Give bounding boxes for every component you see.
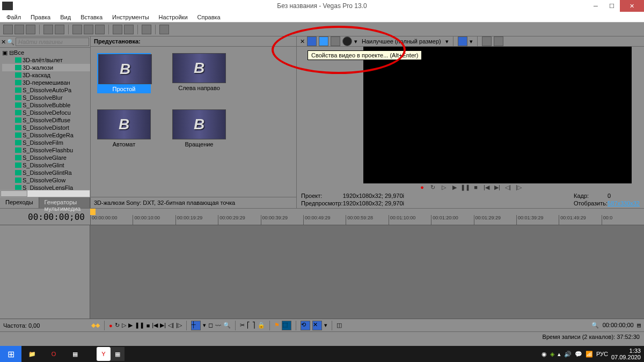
play-start-icon[interactable]: ▷ — [440, 183, 448, 191]
edit-tool-icon[interactable]: ┼ — [191, 321, 201, 330]
taskbar-opera-icon[interactable]: O — [43, 346, 64, 362]
preset-item[interactable]: BАвтомат — [97, 109, 151, 147]
tree-item[interactable]: S_DissolveBlur — [2, 94, 90, 101]
menu-help[interactable]: Справка — [193, 13, 225, 21]
tree-item[interactable]: S_DissolveGlintRa — [2, 169, 90, 176]
copy-icon[interactable] — [84, 25, 93, 34]
playhead-marker[interactable] — [90, 209, 96, 215]
menu-view[interactable]: Вид — [56, 13, 75, 21]
grid-icon[interactable] — [458, 36, 467, 46]
prev-frame-icon[interactable]: ◁| — [504, 183, 513, 191]
close-icon[interactable]: ✕ — [1, 39, 6, 46]
tray-action-icon[interactable]: 💬 — [575, 351, 582, 358]
tab-generators[interactable]: Генераторы мультимедиа — [39, 197, 90, 208]
stop-icon[interactable]: ■ — [472, 183, 480, 191]
tree-item[interactable]: 3D-жалюзи — [2, 64, 90, 71]
project-props-icon[interactable] — [307, 36, 317, 46]
tree-item[interactable]: S_DissolveBubble — [2, 101, 90, 109]
fx-icon[interactable] — [342, 36, 352, 46]
tree-item[interactable]: S_DissolveGlare — [2, 154, 90, 161]
cut-icon[interactable]: ✂ — [240, 322, 245, 329]
redo-icon[interactable] — [124, 25, 134, 34]
next-frame-icon[interactable]: |▷ — [176, 322, 182, 329]
tray-up-icon[interactable]: ▴ — [558, 351, 561, 358]
menu-tools[interactable]: Инструменты — [108, 13, 153, 21]
autocross-icon[interactable]: ✕ — [312, 321, 322, 330]
tray-steam-icon[interactable]: ◉ — [541, 351, 547, 358]
tree-item[interactable]: S_DissolveFlashbu — [2, 146, 90, 154]
external-monitor-icon[interactable] — [319, 36, 328, 46]
tree-item[interactable]: S_DissolveAutoPa — [2, 86, 90, 94]
lock-icon[interactable]: 🔒 — [258, 322, 265, 329]
stop-icon[interactable]: ■ — [147, 322, 150, 329]
rate-handle-icon[interactable]: ◆◆ — [91, 322, 100, 329]
tray-nvidia-icon[interactable]: ◈ — [550, 351, 554, 358]
paste-icon[interactable] — [95, 25, 105, 34]
record-icon[interactable]: ● — [418, 183, 427, 191]
presets-grid[interactable]: BПростойBСлева направоBАвтоматBВращение — [91, 47, 296, 197]
new-icon[interactable] — [3, 25, 13, 34]
overlay-icon[interactable] — [331, 36, 340, 46]
go-start-icon[interactable]: |◀ — [152, 322, 158, 329]
prev-frame-icon[interactable]: ◁| — [168, 322, 174, 329]
save-icon[interactable] — [26, 25, 35, 34]
tree-item[interactable]: S_DissolveDefocu — [2, 109, 90, 116]
go-start-icon[interactable]: |◀ — [482, 183, 491, 191]
taskbar-app-icon[interactable]: ▦ — [64, 346, 86, 362]
undo-icon[interactable] — [113, 25, 122, 34]
tab-transitions[interactable]: Переходы — [0, 197, 39, 208]
minimize-button[interactable]: ─ — [588, 0, 604, 12]
close-button[interactable]: ✕ — [620, 0, 644, 12]
tree-item[interactable]: S_DissolveGlint — [2, 161, 90, 169]
loop-icon[interactable]: ↻ — [115, 322, 120, 329]
envelope-tool-icon[interactable]: 〰 — [215, 322, 221, 329]
loop-icon[interactable]: ↻ — [429, 183, 437, 191]
tray-clock[interactable]: 1:33 07.09.2020 — [611, 348, 641, 360]
taskbar-yandex-icon[interactable]: Y — [97, 347, 111, 361]
play-start-icon[interactable]: ▷ — [122, 322, 126, 329]
save-snapshot-icon[interactable] — [494, 36, 503, 46]
taskbar-vegas-icon[interactable]: ▦ — [111, 347, 125, 361]
trim-start-icon[interactable]: ⎡ — [247, 322, 250, 329]
search-input[interactable] — [16, 38, 89, 46]
close-icon[interactable]: ✕ — [300, 38, 305, 45]
tree-item[interactable]: 3D-каскад — [2, 71, 90, 79]
pause-icon[interactable]: ❚❚ — [461, 183, 470, 191]
preset-item[interactable]: BПростой — [97, 53, 151, 93]
tree-item[interactable]: S_DissolveDistort — [2, 124, 90, 131]
help-icon[interactable] — [159, 25, 169, 34]
next-frame-icon[interactable]: |▷ — [515, 183, 523, 191]
timeline-ruler[interactable]: 00:00:00:0000:00:10:0000:00:19:2900:00:2… — [90, 209, 644, 225]
track-area[interactable] — [90, 225, 644, 319]
timeline-timecode[interactable]: 00:00:00;00 — [0, 212, 90, 222]
marker-icon[interactable]: ⚑ — [274, 322, 280, 329]
snap-icon[interactable]: ⬚ — [282, 321, 291, 330]
menu-insert[interactable]: Вставка — [76, 13, 107, 21]
maximize-button[interactable]: ☐ — [604, 0, 620, 12]
record-icon[interactable]: ● — [109, 322, 113, 329]
pause-icon[interactable]: ❚❚ — [135, 322, 144, 329]
select-tool-icon[interactable]: ◻ — [208, 322, 213, 329]
quality-dropdown[interactable]: Наилучшее (полный размер) — [360, 38, 443, 45]
tray-network-icon[interactable]: 📶 — [586, 351, 593, 358]
menu-file[interactable]: Файл — [2, 13, 25, 21]
preset-item[interactable]: BСлева направо — [172, 53, 226, 93]
go-end-icon[interactable]: ▶| — [160, 322, 166, 329]
properties-icon[interactable] — [55, 25, 64, 34]
track-headers[interactable] — [0, 225, 90, 319]
display-value[interactable]: 587x330x32 — [608, 200, 640, 206]
scrollbar[interactable] — [0, 190, 90, 197]
taskbar-explorer-icon[interactable]: 📁 — [21, 346, 43, 362]
menu-edit[interactable]: Правка — [26, 13, 55, 21]
open-icon[interactable] — [14, 25, 24, 34]
play-icon[interactable]: ▶ — [128, 322, 133, 329]
plugin-tree[interactable]: ▣ ⊟ Все 3D-влёт/вылет3D-жалюзи3D-каскад3… — [0, 48, 90, 190]
start-button[interactable]: ⊞ — [0, 346, 21, 362]
touch-icon[interactable] — [142, 25, 151, 34]
autoripple-icon[interactable]: ⟲ — [301, 321, 310, 330]
cut-icon[interactable] — [72, 25, 82, 34]
tree-item[interactable]: S_DissolveEdgeRa — [2, 131, 90, 139]
copy-snapshot-icon[interactable] — [482, 36, 492, 46]
menu-settings[interactable]: Настройки — [155, 13, 192, 21]
tree-item[interactable]: 3D-перемешиван — [2, 79, 90, 86]
